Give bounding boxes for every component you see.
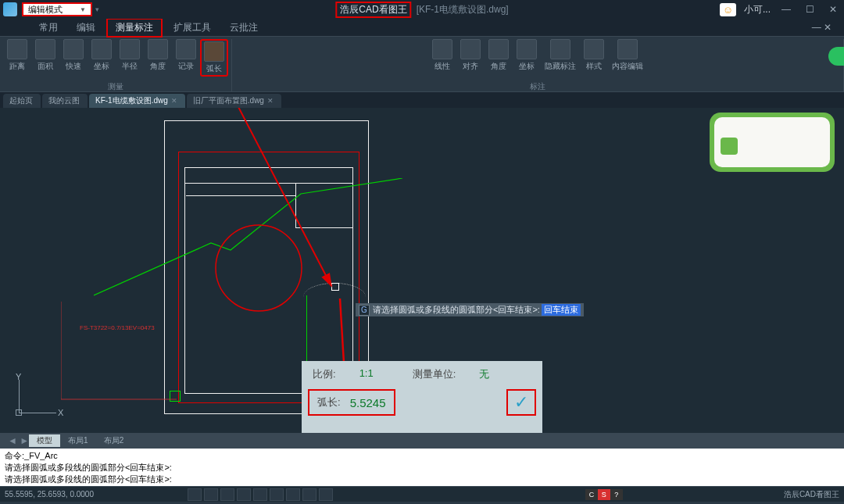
tool-record[interactable]: 记录 — [172, 39, 200, 77]
app-name: 浩辰CAD看图王 — [335, 2, 411, 18]
brand-chip[interactable]: CS? — [585, 489, 623, 500]
status-bar: 55.5595, 25.6593, 0.0000 CS? 浩辰CAD看图王 — [0, 486, 844, 502]
titlebar: 编辑模式 ▼ ▾ 浩辰CAD看图王 [KF-1电缆敷设图.dwg] ☺ 小可..… — [0, 0, 844, 19]
confirm-button[interactable]: ✓ — [506, 389, 536, 416]
prompt-input[interactable]: 回车结束 — [542, 304, 581, 316]
arclen-value: 5.5245 — [350, 396, 386, 409]
close-button[interactable]: ✕ — [825, 3, 841, 16]
menubar: 常用 编辑 测量标注 扩展工具 云批注 — ✕ — [0, 19, 844, 36]
group-label-measure: 测量 — [108, 81, 123, 92]
ratio-label: 比例: — [313, 367, 336, 381]
close-icon[interactable]: ✕ — [267, 97, 274, 105]
tool-arclength[interactable]: 弧长 — [200, 39, 228, 77]
tool-coord[interactable]: 坐标 — [88, 39, 116, 77]
status-toggles — [188, 488, 333, 501]
mode-select[interactable]: 编辑模式 ▼ — [22, 2, 92, 16]
tool-content-edit[interactable]: 内容编辑 — [608, 39, 647, 72]
tool-quick[interactable]: 快速 — [59, 39, 88, 77]
menu-item-edit[interactable]: 编辑 — [69, 20, 103, 36]
status-toggle[interactable] — [188, 488, 202, 501]
unit-value: 无 — [479, 367, 489, 381]
ribbon-group-annotate: 线性 对齐 角度 坐标 隐藏标注 样式 内容编辑 标注 — [232, 39, 844, 92]
red-circle — [208, 217, 309, 319]
unit-label: 测量单位: — [413, 367, 456, 381]
coords-readout: 55.5595, 25.6593, 0.0000 — [5, 490, 94, 499]
cursor-pickbox — [331, 283, 339, 291]
status-toggle[interactable] — [237, 488, 251, 501]
status-toggle[interactable] — [220, 488, 234, 501]
doc-tab-start[interactable]: 起始页 — [3, 94, 41, 108]
tool-linear[interactable]: 线性 — [428, 39, 456, 72]
mascot-widget[interactable] — [710, 113, 835, 172]
ucs-icon: Y X — [11, 372, 58, 419]
tab-model[interactable]: 模型 — [29, 434, 60, 447]
ribbon-group-measure: 距离 面积 快速 坐标 半径 角度 记录 弧长 测量 — [0, 39, 232, 92]
cmd-line-2: 请选择圆弧或多段线的圆弧部分<回车结束>: — [5, 462, 839, 474]
document-tab-row: 起始页 我的云图 KF-1电缆敷设图.dwg✕ 旧厂平面布置图.dwg✕ — [0, 92, 844, 108]
menu-item-tools[interactable]: 扩展工具 — [166, 20, 219, 36]
command-line[interactable]: 命令:_FV_Arc 请选择圆弧或多段线的圆弧部分<回车结束>: 请选择圆弧或多… — [0, 449, 844, 486]
arc-result-cell: 弧长: 5.5245 — [308, 389, 395, 416]
layout-tabs: ◄ ► 模型 布局1 布局2 — [0, 433, 844, 449]
red-leader — [61, 302, 183, 403]
tab-layout1[interactable]: 布局1 — [60, 434, 96, 447]
tool-area[interactable]: 面积 — [31, 39, 59, 77]
red-label-text: FS-T3722=0.7/13EV=0473 — [80, 324, 155, 331]
tool-coord2[interactable]: 坐标 — [513, 39, 541, 72]
group-label-annotate: 标注 — [530, 81, 545, 92]
measure-result-box: 比例: 1:1 测量单位: 无 弧长: 5.5245 ✓ — [302, 361, 542, 433]
sub-close-icon[interactable]: — ✕ — [804, 20, 839, 34]
status-toggle[interactable] — [319, 488, 333, 501]
status-toggle[interactable] — [270, 488, 284, 501]
doc-tab-cloud[interactable]: 我的云图 — [42, 94, 88, 108]
ratio-value: 1:1 — [359, 367, 374, 381]
brand-text: 浩辰CAD看图王 — [784, 489, 839, 500]
prompt-icon: G — [359, 305, 370, 316]
tool-distance[interactable]: 距离 — [3, 39, 31, 77]
tab-layout2[interactable]: 布局2 — [96, 434, 132, 447]
tool-style[interactable]: 样式 — [580, 39, 608, 72]
status-toggle[interactable] — [286, 488, 300, 501]
side-badge-icon[interactable] — [828, 47, 844, 66]
cmd-line-1: 命令:_FV_Arc — [5, 450, 839, 462]
dropdown-icon[interactable]: ▾ — [95, 5, 99, 13]
menu-item-measure[interactable]: 测量标注 — [106, 18, 163, 38]
cmd-line-3: 请选择圆弧或多段线的圆弧部分<回车结束>: — [5, 474, 839, 485]
dynamic-prompt: G 请选择圆弧或多段线的圆弧部分<回车结束>: 回车结束 — [356, 303, 584, 316]
doc-tab-layout[interactable]: 旧厂平面布置图.dwg✕ — [187, 94, 281, 108]
tool-hide-anno[interactable]: 隐藏标注 — [541, 39, 580, 72]
user-avatar-icon[interactable]: ☺ — [720, 3, 736, 16]
arclen-label: 弧长: — [317, 395, 341, 409]
drawing-canvas[interactable]: FS-T3722=0.7/13EV=0473 G 请选择圆弧或多段线的圆弧部分<… — [0, 108, 844, 433]
close-icon[interactable]: ✕ — [171, 97, 177, 105]
prompt-text: 请选择圆弧或多段线的圆弧部分<回车结束>: — [373, 304, 540, 316]
status-toggle[interactable] — [253, 488, 267, 501]
status-toggle[interactable] — [302, 488, 316, 501]
status-toggle[interactable] — [204, 488, 218, 501]
maximize-button[interactable]: ☐ — [802, 3, 817, 16]
user-name[interactable]: 小可... — [744, 3, 771, 16]
tool-radius[interactable]: 半径 — [116, 39, 144, 77]
doc-tab-kf1[interactable]: KF-1电缆敷设图.dwg✕ — [89, 94, 185, 108]
chevron-down-icon: ▼ — [80, 6, 86, 13]
tool-angle[interactable]: 角度 — [144, 39, 172, 77]
svg-point-0 — [216, 225, 302, 311]
app-icon — [3, 2, 17, 16]
title-file: [KF-1电缆敷设图.dwg] — [417, 3, 509, 16]
tool-angle2[interactable]: 角度 — [485, 39, 513, 72]
menu-item-common[interactable]: 常用 — [31, 20, 66, 36]
tool-align[interactable]: 对齐 — [456, 39, 485, 72]
mode-label: 编辑模式 — [28, 4, 63, 16]
ribbon: 距离 面积 快速 坐标 半径 角度 记录 弧长 测量 线性 对齐 角度 坐标 隐… — [0, 36, 844, 92]
minimize-button[interactable]: — — [778, 3, 794, 16]
menu-item-cloud[interactable]: 云批注 — [222, 20, 266, 36]
